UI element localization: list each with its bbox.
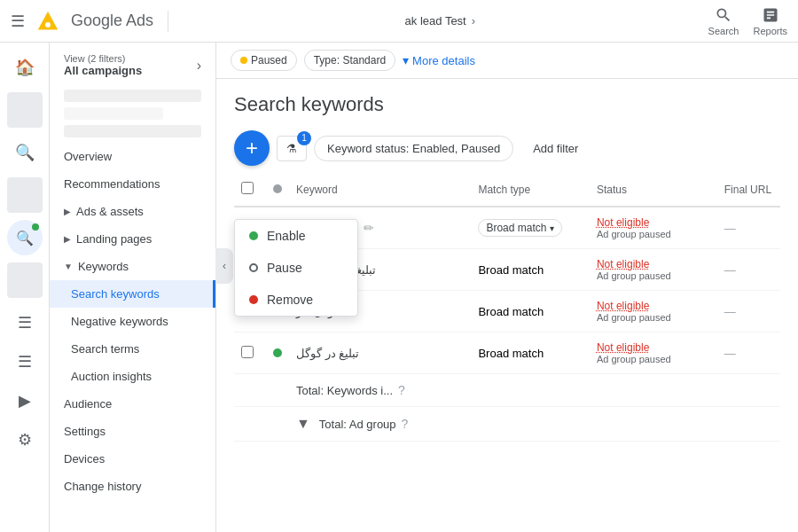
row1-match-cell: Broad match ▾ [471,207,590,249]
remove-label: Remove [267,293,313,307]
filter-bar: Paused Type: Standard ▾ More details [216,43,798,79]
type-filter-chip[interactable]: Type: Standard [304,50,395,71]
select-all-checkbox[interactable] [241,182,254,194]
row4-match-cell: Broad match [471,332,590,374]
row4-checkbox-cell [234,332,266,374]
add-keyword-button[interactable]: + [234,130,270,166]
row4-url-cell: — [717,332,780,374]
row3-status-col-cell: Not eligible Ad group paused [590,291,717,332]
total-ag-help-icon[interactable]: ? [402,417,409,431]
sidebar-bottom-icon[interactable]: ⚙ [7,422,43,458]
sidebar-item-search-terms[interactable]: Search terms [50,335,215,363]
sidebar-home-icon[interactable]: 🏠 [7,50,43,85]
filter-count-badge: 1 [297,131,311,145]
total-kw-empty [234,374,289,407]
sidebar-item-settings[interactable]: Settings [50,418,215,445]
context-menu-remove[interactable]: Remove [235,284,357,316]
sidebar-list2-icon[interactable]: ☰ [7,344,43,379]
row2-status-sub-label: Ad group paused [597,270,710,281]
row2-not-eligible-label[interactable]: Not eligible [597,258,710,270]
header-keyword[interactable]: Keyword [289,173,471,207]
paused-filter-chip[interactable]: Paused [231,50,297,71]
row4-not-eligible-label[interactable]: Not eligible [597,341,710,354]
sidebar-badge [32,223,39,231]
page-title: Search keywords [234,93,780,116]
main-layout: 🏠 🔍 🔍 ☰ ☰ ▶ ⚙ View (2 filters) All campa… [0,43,798,532]
chevron-down-icon[interactable]: ▼ [296,416,310,432]
nav-blurred-item-3 [64,125,201,137]
sidebar-item-landing-pages[interactable]: ▶ Landing pages [50,225,215,253]
row1-not-eligible-label[interactable]: Not eligible [597,216,710,229]
sidebar-item-recommendations[interactable]: Recommendations [50,170,215,198]
toolbar: + ⚗ 1 Keyword status: Enabled, Paused Ad… [216,123,798,173]
total-keywords-row: Total: Keywords i... ? [234,374,780,407]
sidebar-item-devices[interactable]: Devices [50,445,215,473]
sidebar-search-icon[interactable]: 🔍 [7,135,43,170]
row4-checkbox[interactable] [241,346,254,358]
row4-keyword-text: تبلیغ در گوگل [296,347,359,360]
row3-not-eligible-label[interactable]: Not eligible [597,300,710,312]
search-terms-label: Search terms [71,342,139,356]
keyword-status-chip[interactable]: Keyword status: Enabled, Paused [314,136,513,161]
header-final-url[interactable]: Final URL [717,173,780,207]
sidebar-item-keywords[interactable]: ▼ Keywords [50,253,215,280]
hamburger-icon[interactable]: ☰ [11,12,25,31]
row2-match-cell: Broad match [471,249,590,291]
row1-edit-icon[interactable]: ✏ [364,221,374,235]
overview-label: Overview [64,150,112,163]
sidebar-item-overview[interactable]: Overview [50,143,215,170]
content-area: Paused Type: Standard ▾ More details Sea… [216,43,798,532]
nav-sidebar: View (2 filters) All campaigns › Overvie… [50,43,216,532]
total-kw-help-icon[interactable]: ? [398,383,405,397]
row3-status-sub-label: Ad group paused [597,312,710,323]
context-menu-enable[interactable]: Enable [235,220,357,252]
row3-url-dash: — [724,305,736,318]
context-menu: Enable Pause Remove [234,219,358,317]
more-details-button[interactable]: ▾ More details [403,53,475,67]
campaign-breadcrumb: ak lead Test › [183,14,698,27]
add-filter-button[interactable]: Add filter [520,137,591,160]
row4-keyword-cell: تبلیغ در گوگل [289,332,471,374]
row3-match-type-label: Broad match [478,305,544,318]
row4-status-col-cell: Not eligible Ad group paused [590,332,717,374]
search-nav-button[interactable]: Search [708,6,739,36]
row1-match-chevron-icon: ▾ [550,223,554,233]
sidebar-item-negative-keywords[interactable]: Negative keywords [50,308,215,335]
remove-dot-icon [249,295,258,304]
row3-url-cell: — [717,291,780,332]
devices-label: Devices [64,452,105,466]
header-status[interactable]: Status [590,173,717,207]
row1-match-type-label: Broad match [486,222,546,234]
header-match-type[interactable]: Match type [471,173,590,207]
sidebar-item-audience[interactable]: Audience [50,390,215,418]
sidebar-item-change-history[interactable]: Change history [50,473,215,500]
reports-nav-button[interactable]: Reports [753,6,787,36]
context-menu-pause[interactable]: Pause [235,252,357,284]
search-keywords-label: Search keywords [71,287,160,301]
sidebar-chevron-icon[interactable]: › [197,58,201,74]
sidebar-item-search-keywords[interactable]: Search keywords [50,280,215,308]
row4-url-dash: — [724,347,736,360]
filter-button[interactable]: ⚗ 1 [277,136,307,161]
paused-dot-icon [240,57,247,64]
table-header-row: Keyword Match type Status Final URL [234,173,780,207]
row1-match-type-chip[interactable]: Broad match ▾ [478,219,562,237]
total-adgroup-label: Total: Ad group [319,418,396,431]
sidebar-item-auction-insights[interactable]: Auction insights [50,363,215,390]
collapse-sidebar-handle[interactable]: ‹ [215,248,233,284]
header-status-cell [266,173,289,207]
sidebar-blurred-3 [7,262,43,298]
sidebar-item-ads-assets[interactable]: ▶ Ads & assets [50,198,215,225]
sidebar-active-icon[interactable]: 🔍 [7,220,43,255]
row1-status-col-cell: Not eligible Ad group paused [590,207,717,249]
type-label: Type: Standard [314,54,386,66]
keywords-label: Keywords [78,260,129,273]
auction-insights-label: Auction insights [71,370,152,383]
table-row: تبلیغ در گوگل Broad match Not eligible A… [234,332,780,374]
svg-point-2 [45,22,51,27]
row4-match-type-label: Broad match [478,347,544,360]
pause-dot-icon [249,263,258,272]
sidebar-play-icon[interactable]: ▶ [7,383,43,419]
header-status-dot [273,184,282,193]
sidebar-list-icon[interactable]: ☰ [7,305,43,340]
